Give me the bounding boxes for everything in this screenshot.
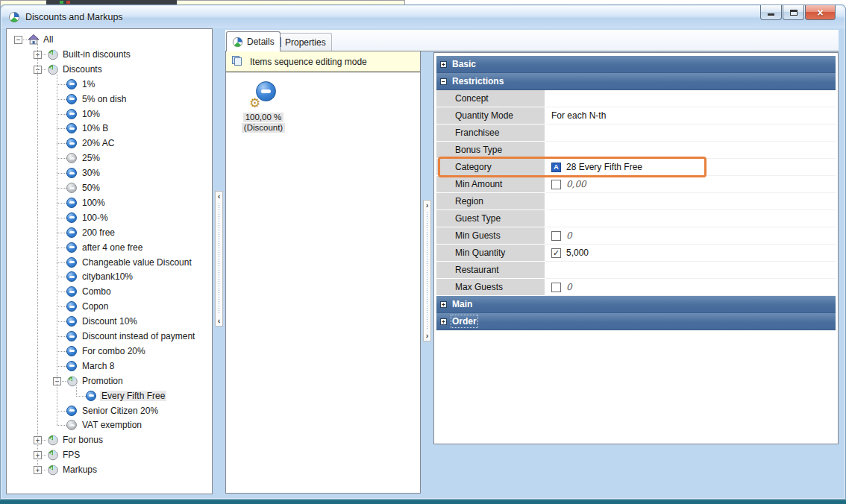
tree-item-label: 100% xyxy=(81,198,107,208)
property-value-min-quantity[interactable]: ✓5,000 xyxy=(545,245,836,262)
collapse-left-icon[interactable]: ‹ xyxy=(218,316,221,326)
property-value-min-amount[interactable]: 0,00 xyxy=(545,176,836,193)
expand-toggle-minus-icon[interactable]: − xyxy=(14,36,22,44)
tree-item-label: 25% xyxy=(81,153,101,163)
property-value-restaurant[interactable] xyxy=(545,262,836,279)
property-row-bonus-type[interactable]: Bonus Type xyxy=(436,142,836,159)
property-row-quantity-mode[interactable]: Quantity ModeFor each N-th xyxy=(436,107,836,125)
property-label: Restaurant xyxy=(436,262,545,279)
tree-item-label: Promotion xyxy=(81,376,125,386)
property-section-restrictions[interactable]: −Restrictions xyxy=(436,73,836,90)
property-row-franchisee[interactable]: Franchisee xyxy=(436,125,836,142)
discount-icon xyxy=(66,346,77,356)
tree-item-label: after 4 one free xyxy=(81,242,144,253)
tree-connector xyxy=(43,455,46,456)
property-value-guest-type[interactable] xyxy=(545,210,836,227)
category-a-icon: A xyxy=(551,163,561,172)
property-row-min-amount[interactable]: Min Amount0,00 xyxy=(436,176,836,193)
items-sequence-mode-bar[interactable]: Items sequence editing mode xyxy=(226,51,420,72)
discount-tree-panel: −All+Built-in discounts−Discounts1%5% on… xyxy=(6,28,213,494)
tab-details[interactable]: Details xyxy=(226,31,281,51)
property-value-text: 0 xyxy=(566,282,572,292)
tree-connector xyxy=(62,381,66,382)
property-value-max-guests[interactable]: 0 xyxy=(545,279,836,296)
property-value-franchisee[interactable] xyxy=(545,125,836,142)
min-amount-checkbox[interactable] xyxy=(551,180,561,189)
tree-connector xyxy=(76,396,87,397)
property-value-concept[interactable] xyxy=(545,90,836,107)
expand-section-icon[interactable]: + xyxy=(440,318,447,325)
tree-connector xyxy=(57,262,67,263)
tree-splitter-handle[interactable]: ‹ ‹ xyxy=(215,191,223,327)
property-section-order[interactable]: +Order xyxy=(436,313,836,330)
discount-disabled-icon xyxy=(66,183,77,193)
property-value-min-guests[interactable]: 0 xyxy=(545,227,836,245)
collapse-right-icon[interactable]: › xyxy=(426,331,429,341)
tree-item-label: 1% xyxy=(81,79,96,89)
pie-chart-icon xyxy=(232,37,243,48)
property-section-basic[interactable]: +Basic xyxy=(436,56,836,73)
tree-item-label: Changeable value Discount xyxy=(81,257,193,268)
property-label: Min Quantity xyxy=(436,245,545,262)
property-row-category[interactable]: CategoryA28 Every Fifth Free xyxy=(436,159,836,176)
tree-item-label: 50% xyxy=(81,183,101,193)
maximize-button[interactable] xyxy=(783,5,804,20)
tree-connector xyxy=(57,84,67,85)
discount-disabled-icon xyxy=(66,420,77,430)
expand-section-icon[interactable]: + xyxy=(440,301,447,308)
max-guests-checkbox[interactable] xyxy=(551,283,561,292)
property-value-text: 28 Every Fifth Free xyxy=(566,162,642,172)
collapse-left-icon[interactable]: ‹ xyxy=(218,192,221,201)
tree-item-label: 5% on dish xyxy=(81,94,128,104)
tree-splitter[interactable]: ‹ ‹ xyxy=(213,28,225,494)
discount-group-icon xyxy=(47,434,59,446)
tree-connector xyxy=(57,425,67,426)
tree-connector xyxy=(57,306,67,307)
property-row-concept[interactable]: Concept xyxy=(436,90,836,107)
property-value-text: 0,00 xyxy=(566,179,586,189)
tree-item-label: For combo 20% xyxy=(81,346,147,356)
expand-section-icon[interactable]: + xyxy=(440,61,447,68)
property-row-restaurant[interactable]: Restaurant xyxy=(436,262,836,279)
details-splitter-handle[interactable]: › › xyxy=(423,200,431,341)
property-value-category[interactable]: A28 Every Fifth Free xyxy=(545,159,836,176)
property-row-guest-type[interactable]: Guest Type xyxy=(436,210,836,227)
tree-connector xyxy=(57,292,67,292)
tree-connector xyxy=(57,233,67,233)
tree-item-label: Discount 10% xyxy=(81,316,139,327)
discount-group-icon xyxy=(47,464,59,476)
property-section-main[interactable]: +Main xyxy=(436,296,836,313)
discount-icon xyxy=(66,316,77,327)
close-button[interactable]: × xyxy=(805,5,836,20)
details-splitter[interactable]: › › xyxy=(422,51,433,494)
tree-connector xyxy=(57,411,67,412)
minimize-button[interactable] xyxy=(760,5,782,20)
min-guests-checkbox[interactable] xyxy=(551,231,561,241)
property-row-min-quantity[interactable]: Min Quantity✓5,000 xyxy=(436,245,836,262)
discount-icon xyxy=(66,94,77,104)
section-label: Basic xyxy=(452,59,476,69)
section-label: Main xyxy=(452,299,472,309)
property-value-quantity-mode[interactable]: For each N-th xyxy=(545,107,836,125)
window-controls: × xyxy=(760,5,836,20)
discount-icon xyxy=(86,391,96,401)
discount-icon xyxy=(66,271,77,282)
collapse-right-icon[interactable]: › xyxy=(426,201,429,210)
tree-connector xyxy=(57,128,67,129)
property-label: Bonus Type xyxy=(436,142,545,159)
tree-item-label: Every Fifth Free xyxy=(100,391,166,401)
discount-item[interactable]: ⚙ 100,00 % (Discount) xyxy=(236,81,290,133)
min-quantity-checkbox[interactable]: ✓ xyxy=(551,248,561,258)
property-value-bonus-type[interactable] xyxy=(545,142,836,159)
collapse-section-icon[interactable]: − xyxy=(440,78,447,85)
property-row-min-guests[interactable]: Min Guests0 xyxy=(436,227,836,245)
tree-item-label: 200 free xyxy=(81,227,116,238)
discount-icon xyxy=(66,361,77,371)
property-value-region[interactable] xyxy=(545,193,836,210)
title-bar[interactable]: Discounts and Markups xyxy=(1,6,845,28)
property-row-max-guests[interactable]: Max Guests0 xyxy=(436,279,836,296)
property-row-region[interactable]: Region xyxy=(436,193,836,210)
discount-item-type: (Discount) xyxy=(242,123,285,133)
tree-item-label: Built-in discounts xyxy=(61,49,132,60)
tab-details-label: Details xyxy=(247,37,275,47)
